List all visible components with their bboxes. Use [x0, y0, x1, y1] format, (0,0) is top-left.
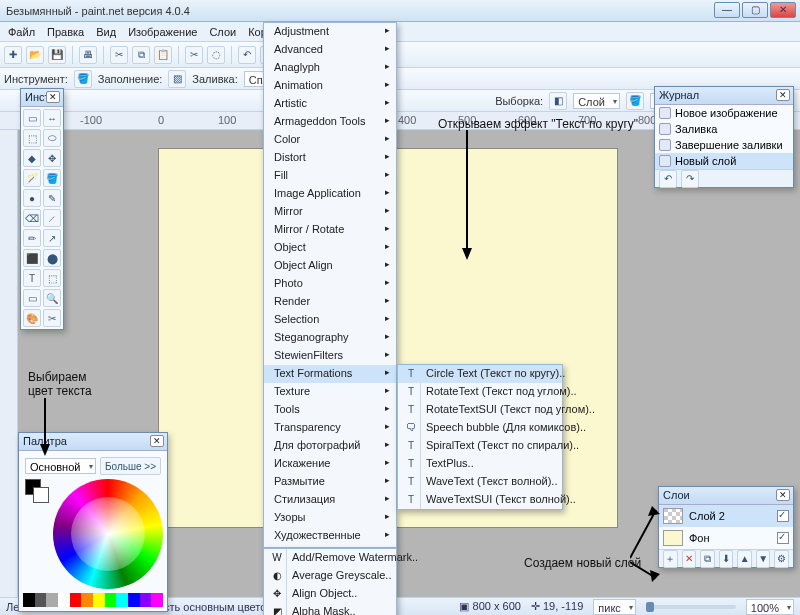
- submenu-item[interactable]: TWaveTextSUI (Текст волной)..: [398, 491, 562, 509]
- tool-button[interactable]: ●: [23, 189, 41, 207]
- window-minimize-button[interactable]: —: [714, 2, 740, 18]
- layer-item[interactable]: Фон: [659, 527, 793, 549]
- tool-button[interactable]: ⬚: [43, 269, 61, 287]
- more-button[interactable]: Больше >>: [100, 457, 161, 475]
- cut-icon[interactable]: ✂: [110, 46, 128, 64]
- menu-item[interactable]: Steganography: [264, 329, 396, 347]
- menu-item[interactable]: Render: [264, 293, 396, 311]
- menu-item[interactable]: Искажение: [264, 455, 396, 473]
- menu-item[interactable]: Photo: [264, 275, 396, 293]
- tool-button[interactable]: ↔: [43, 109, 61, 127]
- delete-layer-icon[interactable]: ✕: [682, 550, 697, 568]
- menu-item[interactable]: Armageddon Tools: [264, 113, 396, 131]
- tool-button[interactable]: ✏: [23, 229, 41, 247]
- menu-item[interactable]: Distort: [264, 149, 396, 167]
- menu-item[interactable]: Для фотографий: [264, 437, 396, 455]
- tool-button[interactable]: ⬤: [43, 249, 61, 267]
- tool-button[interactable]: ⟋: [43, 209, 61, 227]
- tool-button[interactable]: ▭: [23, 109, 41, 127]
- move-up-icon[interactable]: ▲: [737, 550, 752, 568]
- submenu-item[interactable]: TRotateTextSUI (Текст под углом)..: [398, 401, 562, 419]
- deselect-icon[interactable]: ◌: [207, 46, 225, 64]
- layer-dropdown[interactable]: Слой: [573, 93, 620, 109]
- menu-view[interactable]: Вид: [90, 24, 122, 40]
- open-icon[interactable]: 📂: [26, 46, 44, 64]
- tool-button[interactable]: 🪄: [23, 169, 41, 187]
- tool-button[interactable]: 🎨: [23, 309, 41, 327]
- menu-edit[interactable]: Правка: [41, 24, 90, 40]
- move-down-icon[interactable]: ▼: [756, 550, 771, 568]
- menu-item[interactable]: Color: [264, 131, 396, 149]
- menu-item[interactable]: Text Formations: [264, 365, 396, 383]
- print-icon[interactable]: 🖶: [79, 46, 97, 64]
- menu-item[interactable]: Adjustment: [264, 23, 396, 41]
- menu-item[interactable]: Узоры: [264, 509, 396, 527]
- menu-item[interactable]: ◐Average Greyscale..: [264, 567, 396, 585]
- tool-button[interactable]: ◆: [23, 149, 41, 167]
- tool-button[interactable]: 🪣: [43, 169, 61, 187]
- menu-item[interactable]: Anaglyph: [264, 59, 396, 77]
- tool-button[interactable]: 🔍: [43, 289, 61, 307]
- close-icon[interactable]: ✕: [46, 91, 60, 103]
- tool-button[interactable]: ⌫: [23, 209, 41, 227]
- selection-mode-icon[interactable]: ◧: [549, 92, 567, 110]
- submenu-item[interactable]: TCircle Text (Текст по кругу)..: [398, 365, 562, 383]
- menu-item[interactable]: Стилизация: [264, 491, 396, 509]
- tool-button[interactable]: ▭: [23, 289, 41, 307]
- window-close-button[interactable]: ✕: [770, 2, 796, 18]
- layer-visible-toggle[interactable]: [777, 510, 789, 522]
- submenu-item[interactable]: TTextPlus..: [398, 455, 562, 473]
- menu-item[interactable]: Selection: [264, 311, 396, 329]
- instrument-picker[interactable]: 🪣: [74, 70, 92, 88]
- history-item[interactable]: Новое изображение: [655, 105, 793, 121]
- undo-icon[interactable]: ↶: [238, 46, 256, 64]
- color-swatches[interactable]: [23, 477, 49, 503]
- menu-layers[interactable]: Слои: [203, 24, 242, 40]
- menu-item[interactable]: Mirror: [264, 203, 396, 221]
- menu-item[interactable]: Mirror / Rotate: [264, 221, 396, 239]
- zoom-slider[interactable]: [646, 605, 736, 609]
- tool-button[interactable]: ✎: [43, 189, 61, 207]
- tool-button[interactable]: ✂: [43, 309, 61, 327]
- menu-item[interactable]: Object: [264, 239, 396, 257]
- crop-icon[interactable]: ✂: [185, 46, 203, 64]
- layer-props-icon[interactable]: ⚙: [774, 550, 789, 568]
- close-icon[interactable]: ✕: [150, 435, 164, 447]
- flood-scope-icon[interactable]: 🪣: [626, 92, 644, 110]
- redo-icon[interactable]: ↷: [681, 170, 699, 188]
- palette-swatches[interactable]: [23, 593, 163, 607]
- tool-button[interactable]: T: [23, 269, 41, 287]
- undo-icon[interactable]: ↶: [659, 170, 677, 188]
- menu-item[interactable]: Object Align: [264, 257, 396, 275]
- menu-item[interactable]: WAdd/Remove Watermark..: [264, 549, 396, 567]
- primary-color-dropdown[interactable]: Основной: [25, 458, 96, 474]
- save-icon[interactable]: 💾: [48, 46, 66, 64]
- menu-item[interactable]: ✥Align Object..: [264, 585, 396, 603]
- history-item[interactable]: Завершение заливки: [655, 137, 793, 153]
- menu-item[interactable]: Transparency: [264, 419, 396, 437]
- fill-style-button[interactable]: ▨: [168, 70, 186, 88]
- submenu-item[interactable]: TRotateText (Текст под углом)..: [398, 383, 562, 401]
- menu-file[interactable]: Файл: [2, 24, 41, 40]
- duplicate-layer-icon[interactable]: ⧉: [700, 550, 715, 568]
- submenu-item[interactable]: TSpiralText (Текст по спирали)..: [398, 437, 562, 455]
- history-item[interactable]: Заливка: [655, 121, 793, 137]
- menu-image[interactable]: Изображение: [122, 24, 203, 40]
- merge-down-icon[interactable]: ⬇: [719, 550, 734, 568]
- menu-item[interactable]: Animation: [264, 77, 396, 95]
- add-layer-icon[interactable]: ＋: [663, 550, 678, 568]
- menu-item[interactable]: ◩Alpha Mask..: [264, 603, 396, 615]
- menu-item[interactable]: Tools: [264, 401, 396, 419]
- menu-item[interactable]: StewienFilters: [264, 347, 396, 365]
- new-icon[interactable]: ✚: [4, 46, 22, 64]
- color-wheel[interactable]: [53, 479, 163, 589]
- menu-item[interactable]: Размытие: [264, 473, 396, 491]
- tool-button[interactable]: ⬚: [23, 129, 41, 147]
- menu-item[interactable]: Artistic: [264, 95, 396, 113]
- close-icon[interactable]: ✕: [776, 489, 790, 501]
- menu-item[interactable]: Texture: [264, 383, 396, 401]
- tool-button[interactable]: ✥: [43, 149, 61, 167]
- submenu-item[interactable]: TWaveText (Текст волной)..: [398, 473, 562, 491]
- tool-button[interactable]: ↗: [43, 229, 61, 247]
- menu-item[interactable]: Художественные: [264, 527, 396, 545]
